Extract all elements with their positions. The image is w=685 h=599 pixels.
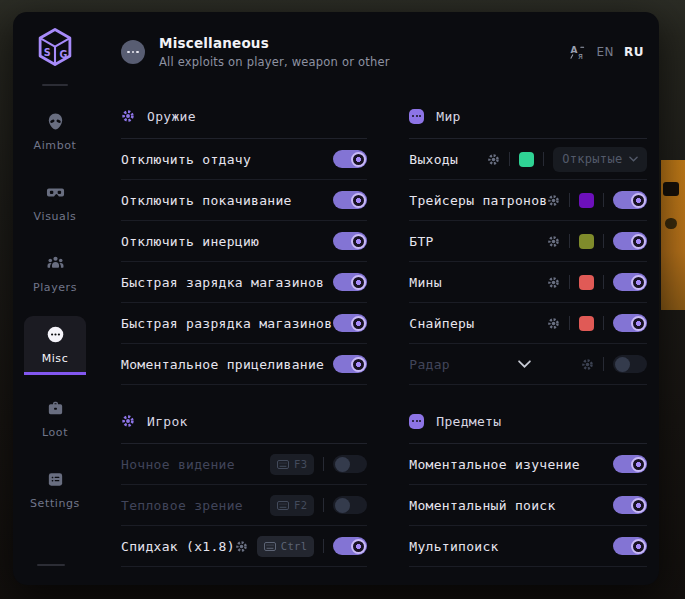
sidebar: S G Aimbot Visuals [13,12,97,585]
color-swatch[interactable] [579,234,594,249]
toggle-switch[interactable] [333,355,367,373]
gear-icon[interactable] [581,358,594,371]
color-swatch[interactable] [519,152,534,167]
toggle-knob [631,316,646,331]
sidebar-item-label: Visuals [34,210,77,223]
game-background-sign [661,160,685,310]
row-night-vision: Ночное видение F3 [121,444,367,485]
toggle-switch[interactable] [613,496,647,514]
toggle-switch[interactable] [333,314,367,332]
sidebar-item-label: Aimbot [34,139,77,152]
row-instant-ads: Моментальное прицеливание [121,344,367,385]
section-title: Оружие [147,109,196,124]
toggle-switch[interactable] [613,537,647,555]
alien-icon [46,112,65,131]
toggle-switch[interactable] [613,355,647,373]
toggle-switch[interactable] [333,232,367,250]
toggle-knob [631,539,646,554]
misc-ellipsis-icon [121,40,145,64]
toggle-knob [351,357,366,372]
toggle-switch[interactable] [613,273,647,291]
color-swatch[interactable] [579,316,594,331]
cheat-menu-panel: S G Aimbot Visuals [13,12,659,585]
toggle-knob [631,275,646,290]
color-swatch[interactable] [579,193,594,208]
toggle-switch[interactable] [333,273,367,291]
page-subtitle: All exploits on player, weapon or other [159,55,390,69]
gear-icon [121,109,135,123]
hotkey-badge[interactable]: F2 [270,495,314,516]
sidebar-item-settings[interactable]: Settings [24,461,86,517]
sidebar-item-loot[interactable]: Loot [24,390,86,446]
row-no-sway: Отключить покачивание [121,180,367,221]
color-swatch[interactable] [579,275,594,290]
row-thermal-vision: Тепловое зрение F2 [121,485,367,526]
hotkey-badge[interactable]: Ctrl [257,536,315,557]
toggle-knob [615,357,630,372]
row-mines: Мины [409,262,647,303]
toggle-switch[interactable] [333,496,367,514]
hotkey-badge[interactable]: F3 [270,454,314,475]
row-exits: Выходы Открытые [409,139,647,180]
sidebar-item-label: Players [33,281,77,294]
toggle-knob [631,457,646,472]
gear-icon[interactable] [547,194,560,207]
toggle-switch[interactable] [613,232,647,250]
sidebar-item-players[interactable]: Players [24,245,86,301]
sidebar-item-visuals[interactable]: Visuals [24,174,86,230]
gear-icon[interactable] [235,540,248,553]
toggle-switch[interactable] [333,455,367,473]
svg-text:S: S [44,47,51,58]
gear-icon [121,414,135,428]
toggle-switch[interactable] [333,537,367,555]
toggle-switch[interactable] [613,314,647,332]
sidebar-item-aimbot[interactable]: Aimbot [24,103,86,159]
section-title: Игрок [147,414,188,429]
toggle-knob [351,234,366,249]
row-bullet-tracers: Трейсеры патронов [409,180,647,221]
translate-icon: A я [569,44,586,61]
toggle-knob [351,275,366,290]
row-instant-search: Моментальный поиск [409,485,647,526]
list-card-icon [46,470,65,489]
chevron-down-icon [629,156,638,162]
lang-en-button[interactable]: EN [596,45,614,59]
screen: S G Aimbot Visuals [0,0,685,599]
gear-icon[interactable] [547,235,560,248]
briefcase-icon [46,399,65,418]
toggle-knob [351,316,366,331]
toggle-knob [351,539,366,554]
toggle-knob [631,234,646,249]
section-player-header: Игрок [121,411,367,431]
sidebar-bottom-divider [37,564,65,566]
row-multi-search: Мультипоиск [409,526,647,567]
row-instant-examine: Моментальное изучение [409,444,647,485]
chevron-down-icon[interactable] [518,360,531,368]
toggle-switch[interactable] [613,455,647,473]
content-grid: Оружие Отключить отдачу Отключить покачи… [121,84,644,585]
exits-dropdown[interactable]: Открытые [553,147,647,172]
ellipsis-badge-icon [409,109,424,124]
gear-icon[interactable] [547,276,560,289]
keyboard-icon [264,542,276,551]
toggle-switch[interactable] [333,191,367,209]
toggle-knob [335,457,350,472]
keyboard-icon [277,501,289,510]
section-title: Мир [436,109,460,124]
section-items-header: Предметы [409,411,647,431]
toggle-switch[interactable] [333,150,367,168]
main-area: Miscellaneous All exploits on player, we… [97,12,659,585]
sidebar-item-misc[interactable]: Misc [24,316,86,375]
toggle-knob [631,498,646,513]
row-fast-unload: Быстрая разрядка магазинов [121,303,367,344]
ellipsis-circle-icon [46,325,65,344]
toggle-switch[interactable] [613,191,647,209]
sidebar-divider [42,84,68,86]
row-btr: БТР [409,221,647,262]
gear-icon[interactable] [547,317,560,330]
gear-icon[interactable] [487,153,500,166]
ellipsis-badge-icon [409,414,424,429]
lang-ru-button[interactable]: RU [624,45,644,59]
section-weapon-header: Оружие [121,106,367,126]
toggle-knob [351,193,366,208]
